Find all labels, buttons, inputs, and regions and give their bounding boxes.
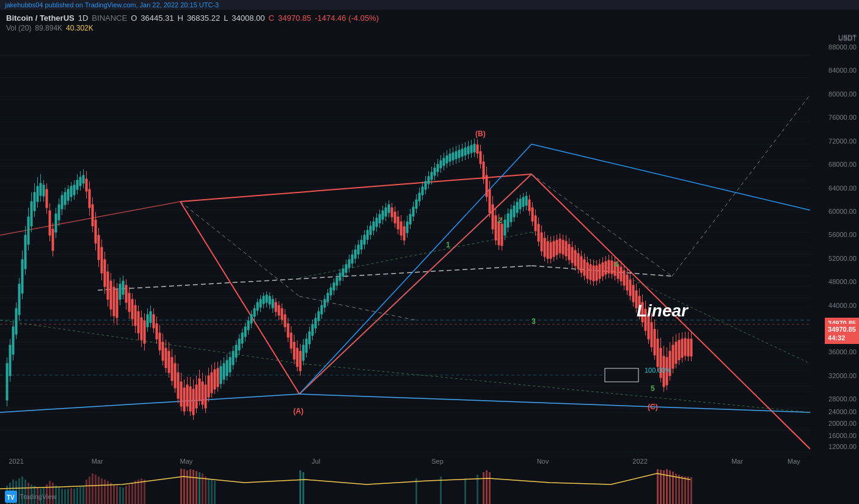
time-2021: 2021 xyxy=(9,458,23,465)
change-value: -1474.46 (-4.05%) xyxy=(315,13,379,23)
svg-rect-526 xyxy=(67,489,69,504)
svg-text:1: 1 xyxy=(446,241,450,249)
svg-rect-560 xyxy=(205,477,207,504)
tradingview-logo-text: TradingView xyxy=(20,493,57,500)
svg-rect-532 xyxy=(86,480,87,504)
svg-rect-552 xyxy=(180,469,182,504)
svg-rect-542 xyxy=(116,486,118,504)
price-88000: 88000.00 xyxy=(828,43,857,51)
time-jul: Jul xyxy=(312,458,320,465)
svg-text:TV: TV xyxy=(7,494,15,501)
tradingview-logo-icon: TV xyxy=(5,491,17,503)
time-nov: Nov xyxy=(537,458,549,465)
svg-rect-579 xyxy=(675,473,677,504)
publish-info-bar: jakehubbs04 published on TradingView.com… xyxy=(0,0,859,10)
svg-rect-543 xyxy=(119,487,121,504)
low-label: L xyxy=(224,13,228,23)
svg-rect-528 xyxy=(73,489,75,504)
price-28000: 28000.00 xyxy=(828,395,857,403)
price-68000: 68000.00 xyxy=(828,161,857,168)
vol-label: Vol (20) xyxy=(6,24,31,32)
vol-value1: 89.894K xyxy=(35,24,62,32)
high-label: H xyxy=(178,13,183,23)
price-52000: 52000.00 xyxy=(828,255,857,262)
svg-text:4: 4 xyxy=(614,260,618,269)
price-80000: 80000.00 xyxy=(828,90,857,98)
svg-rect-570 xyxy=(483,472,484,504)
linear-label: Linear xyxy=(637,301,688,321)
svg-text:5: 5 xyxy=(651,384,655,393)
svg-rect-580 xyxy=(678,475,680,504)
svg-text:(B): (B) xyxy=(475,130,486,138)
svg-text:2: 2 xyxy=(498,216,502,225)
svg-rect-534 xyxy=(92,473,93,504)
price-48000: 48000.00 xyxy=(828,278,857,285)
time-may: May xyxy=(180,458,193,465)
exchange: BINANCE xyxy=(92,13,127,23)
time-may2: May xyxy=(788,458,800,465)
svg-rect-574 xyxy=(660,470,662,504)
svg-text:100.00%: 100.00% xyxy=(645,367,671,374)
svg-rect-2 xyxy=(0,34,810,455)
time-mar: Mar xyxy=(92,458,103,465)
svg-rect-527 xyxy=(70,488,72,504)
svg-rect-548 xyxy=(134,481,136,504)
time-sep: Sep xyxy=(431,458,444,465)
svg-rect-564 xyxy=(299,470,301,504)
time-2022: 2022 xyxy=(632,458,647,465)
svg-rect-549 xyxy=(137,480,139,504)
svg-rect-530 xyxy=(79,487,81,504)
svg-rect-554 xyxy=(186,470,188,504)
svg-rect-535 xyxy=(95,475,97,504)
svg-rect-555 xyxy=(189,469,191,504)
svg-rect-538 xyxy=(104,480,106,504)
close-value: 34970.85 xyxy=(278,13,311,23)
vol-value2: 40.302K xyxy=(66,24,93,32)
current-price-badge: 34970.85 44:32 xyxy=(825,324,859,344)
svg-rect-568 xyxy=(464,478,466,504)
price-76000: 76000.00 xyxy=(828,114,857,121)
svg-rect-584 xyxy=(690,477,692,504)
price-72000: 72000.00 xyxy=(828,137,857,145)
price-56000: 56000.00 xyxy=(828,231,857,238)
price-20000: 20000.00 xyxy=(828,420,857,427)
svg-rect-525 xyxy=(64,489,66,504)
price-84000: 84000.00 xyxy=(828,67,857,74)
price-60000: 60000.00 xyxy=(828,208,857,215)
svg-rect-541 xyxy=(113,484,115,504)
svg-rect-557 xyxy=(196,471,197,504)
price-64000: 64000.00 xyxy=(828,184,857,192)
svg-rect-544 xyxy=(122,488,124,504)
svg-rect-540 xyxy=(110,483,112,504)
open-value: 36445.31 xyxy=(141,13,174,23)
ohlc-line: Bitcoin / TetherUS 1D BINANCE O 36445.31… xyxy=(6,13,853,23)
svg-rect-571 xyxy=(486,470,488,504)
price-levels: 88000.00 84000.00 80000.00 76000.00 7200… xyxy=(811,43,859,455)
low-value: 34008.00 xyxy=(232,13,265,23)
price-12000: 12000.00 xyxy=(828,443,857,450)
chart-area[interactable]: (A) (B) (C) 1 2 3 4 5 100.00% Linear xyxy=(0,34,810,455)
time-mar2: Mar xyxy=(731,458,743,465)
volume-svg xyxy=(0,467,810,504)
svg-rect-562 xyxy=(211,480,213,504)
svg-rect-575 xyxy=(663,470,665,504)
svg-rect-573 xyxy=(657,469,659,504)
svg-rect-581 xyxy=(681,476,683,504)
svg-rect-547 xyxy=(131,483,133,504)
svg-rect-537 xyxy=(101,478,103,504)
chart-container: jakehubbs04 published on TradingView.com… xyxy=(0,0,859,504)
volume-line: Vol (20) 89.894K 40.302K xyxy=(6,24,853,32)
svg-rect-563 xyxy=(214,481,216,504)
svg-rect-561 xyxy=(208,478,210,504)
svg-rect-566 xyxy=(415,478,417,504)
svg-rect-529 xyxy=(76,488,78,504)
price-36000: 36000.00 xyxy=(828,348,857,356)
chart-svg: (A) (B) (C) 1 2 3 4 5 100.00% xyxy=(0,34,810,455)
svg-rect-531 xyxy=(82,486,84,504)
high-value: 36835.22 xyxy=(187,13,220,23)
svg-rect-523 xyxy=(58,487,60,504)
volume-area xyxy=(0,467,810,504)
price-44000: 44000.00 xyxy=(828,302,857,309)
svg-rect-576 xyxy=(666,469,668,504)
symbol-name: Bitcoin / TetherUS xyxy=(6,13,75,23)
